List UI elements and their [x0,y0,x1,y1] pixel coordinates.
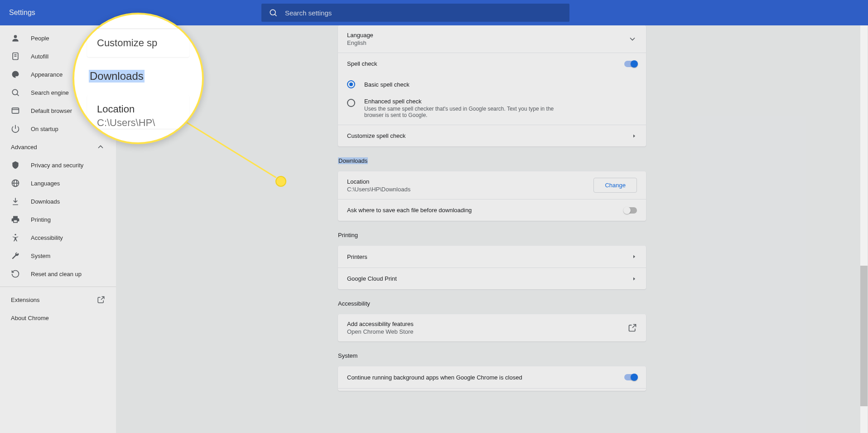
svg-line-7 [17,94,19,96]
spellcheck-toggle[interactable] [624,61,637,67]
sidebar-item-system[interactable]: System [0,247,116,265]
printers-row[interactable]: Printers [338,246,646,268]
sidebar-item-label: Printing [31,216,51,223]
search-input[interactable] [285,9,562,17]
sidebar-item-label: Languages [31,180,60,187]
sidebar-item-label: About Chrome [11,315,49,321]
customize-label: Customize spell check [347,132,632,139]
section-title-system: System [338,352,646,359]
language-value: English [347,39,628,46]
magnifier-top-text: Customize sp [87,29,189,57]
magnifier-location-value: C:\Users\HP\ [97,117,187,129]
printers-label: Printers [347,253,632,260]
sidebar-item-downloads[interactable]: Downloads [0,192,116,210]
printing-card: Printers Google Cloud Print [338,246,646,289]
ask-where-row: Ask where to save each file before downl… [338,199,646,221]
section-title-accessibility: Accessibility [338,300,646,307]
search-icon [11,88,20,97]
svg-line-1 [275,15,277,16]
background-apps-row: Continue running background apps when Go… [338,366,646,388]
sidebar-item-label: Downloads [31,198,60,205]
chevron-down-icon [628,34,637,44]
cloud-print-row[interactable]: Google Cloud Print [338,268,646,289]
magnifier-callout: Customize sp Downloads Location C:\Users… [72,13,204,144]
svg-rect-8 [12,108,19,113]
sidebar-advanced-toggle[interactable]: Advanced [0,138,116,156]
arrow-right-icon [632,254,637,259]
language-row[interactable]: Language English [338,25,646,53]
magnifier-location-title: Location [97,103,187,115]
accessibility-card: Add accessibility features Open Chrome W… [338,314,646,341]
spellcheck-label: Spell check [347,60,624,67]
sidebar-item-about[interactable]: About Chrome [0,309,116,327]
background-apps-toggle[interactable] [624,374,637,380]
downloads-card: Location C:\Users\HP\Downloads Change As… [338,171,646,221]
sidebar-item-label: On startup [31,126,58,132]
ask-label: Ask where to save each file before downl… [347,207,624,214]
basic-spellcheck-row[interactable]: Basic spell check [338,74,646,96]
svg-point-0 [270,10,275,15]
page-title: Settings [9,9,35,17]
content: Language English Spell check Basic spell… [116,25,868,433]
add-accessibility-label: Add accessibility features [347,321,628,327]
card-edge [338,388,646,391]
sidebar-item-label: System [31,253,50,259]
browser-icon [11,106,20,115]
restore-icon [11,269,20,278]
sidebar-item-label: Reset and clean up [31,271,82,277]
sidebar-item-label: Accessibility [31,234,63,241]
sidebar-item-label: Extensions [11,297,40,303]
chevron-up-icon [96,142,105,151]
arrow-right-icon [632,276,637,282]
cloud-label: Google Cloud Print [347,275,632,282]
search-container[interactable] [261,4,569,22]
radio-enhanced[interactable] [347,99,355,107]
enhanced-desc: Uses the same spell checker that's used … [364,106,573,118]
sidebar-item-extensions[interactable]: Extensions [0,291,116,309]
sidebar-item-label: Appearance [31,71,63,78]
sidebar-item-label: Privacy and security [31,162,83,169]
sidebar-item-label: People [31,35,49,42]
change-location-button[interactable]: Change [593,178,637,193]
bg-label: Continue running background apps when Go… [347,374,624,381]
palette-icon [11,70,20,79]
location-label: Location [347,178,593,185]
languages-card: Language English Spell check Basic spell… [338,25,646,146]
download-icon [11,197,20,206]
svg-point-2 [14,35,17,38]
open-external-icon [628,323,637,332]
scrollbar-thumb[interactable] [860,266,868,406]
sidebar-item-printing[interactable]: Printing [0,210,116,229]
section-title-printing: Printing [338,232,646,238]
sidebar-item-languages[interactable]: Languages [0,174,116,192]
location-value: C:\Users\HP\Downloads [347,186,593,193]
sidebar-item-label: Search engine [31,89,69,96]
sidebar-item-label: Autofill [31,53,48,60]
magnifier-section-label: Downloads [89,70,145,83]
enhanced-spellcheck-row[interactable]: Enhanced spell check Uses the same spell… [338,96,646,125]
open-external-icon [97,296,105,304]
globe-icon [11,179,20,188]
add-accessibility-row[interactable]: Add accessibility features Open Chrome W… [338,314,646,341]
sidebar-item-accessibility[interactable]: Accessibility [0,229,116,247]
arrow-right-icon [632,133,637,139]
ask-where-toggle[interactable] [624,207,637,214]
shield-icon [11,161,20,170]
divider [0,287,116,287]
section-title-downloads: Downloads [338,157,368,164]
language-label: Language [347,32,628,39]
download-location-row: Location C:\Users\HP\Downloads Change [338,171,646,199]
sidebar-item-reset[interactable]: Reset and clean up [0,265,116,283]
wrench-icon [11,251,20,260]
autofill-icon [11,52,20,61]
accessibility-icon [11,233,20,242]
radio-basic[interactable] [347,80,355,88]
printer-icon [11,215,20,224]
sidebar-advanced-label: Advanced [11,144,37,151]
add-accessibility-sub: Open Chrome Web Store [347,328,628,335]
svg-point-14 [14,234,16,235]
sidebar-item-privacy[interactable]: Privacy and security [0,156,116,174]
customize-spellcheck-row[interactable]: Customize spell check [338,125,646,146]
power-icon [11,124,20,133]
spellcheck-row: Spell check [338,53,646,74]
